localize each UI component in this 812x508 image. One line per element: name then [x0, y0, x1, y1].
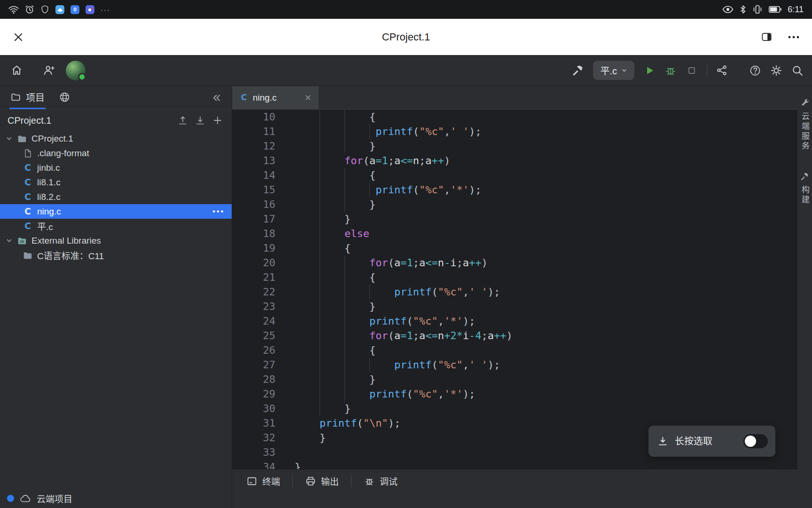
code-line[interactable]: 20 for(a=1;a<=n-i;a++)	[232, 255, 797, 270]
tab-projects[interactable]: 项目	[9, 86, 46, 109]
code-line[interactable]: 23 }	[232, 299, 797, 314]
run-target-dropdown[interactable]: 平.c	[593, 61, 634, 80]
code-text: for(a=1;a<=n-i;a++)	[295, 255, 488, 270]
code-line[interactable]: 18 else	[232, 226, 797, 241]
cloud-services-label: 云端服务	[799, 112, 811, 151]
status-time: 6:11	[788, 5, 804, 15]
code-line[interactable]: 19 {	[232, 241, 797, 255]
battery-icon	[769, 6, 781, 13]
code-line[interactable]: 21 {	[232, 270, 797, 285]
editor-tab-ning[interactable]: C ning.c	[232, 86, 319, 109]
code-line[interactable]: 24 printf("%c",'*');	[232, 314, 797, 328]
share-button[interactable]	[716, 64, 728, 76]
toolbar: 平.c	[0, 55, 812, 86]
cloud-icon	[20, 493, 31, 503]
code-line[interactable]: 30 }	[232, 401, 797, 416]
home-button[interactable]	[10, 64, 23, 77]
bluetooth-icon	[740, 5, 746, 14]
build-strip-label: 构建	[799, 185, 811, 205]
tree-item[interactable]: Cli8.2.c	[0, 190, 232, 204]
stop-button[interactable]	[686, 64, 698, 77]
tree-item[interactable]: Cjinbi.c	[0, 160, 232, 175]
code-text: printf("%c",'*');	[295, 183, 481, 197]
tree-item-label: C语言标准：C11	[37, 249, 104, 262]
code-line[interactable]: 22 printf("%c",' ');	[232, 285, 797, 299]
code-line[interactable]: 10 {	[232, 110, 797, 124]
tree-item-label: li8.2.c	[37, 192, 61, 202]
code-line[interactable]: 28 }	[232, 372, 797, 387]
cloud-project-item[interactable]: 云端项目	[0, 490, 79, 506]
cloud-services-button[interactable]: 云端服务	[799, 98, 811, 151]
avatar[interactable]	[66, 61, 86, 80]
help-button[interactable]	[749, 64, 761, 77]
app-badge-cloud	[55, 5, 64, 14]
code-line[interactable]: 12 }	[232, 139, 797, 153]
add-file-button[interactable]	[212, 115, 223, 126]
more-menu-button[interactable]	[788, 35, 800, 39]
split-view-button[interactable]	[760, 31, 773, 43]
tree-item-label: .clang-format	[37, 148, 89, 159]
code-line[interactable]: 34}	[232, 460, 797, 469]
hammer-icon	[800, 172, 809, 181]
line-number: 23	[232, 299, 275, 314]
collapse-sidebar-button[interactable]	[211, 86, 222, 109]
printer-icon	[305, 476, 316, 487]
code-text: printf("%c",' ');	[295, 285, 500, 299]
code-line[interactable]: 25 for(a=1;a<=n+2*i-4;a++)	[232, 328, 797, 343]
line-number: 30	[232, 401, 275, 416]
project-header: CProject.1	[0, 110, 232, 131]
tree-item-label: li8.1.c	[37, 177, 61, 188]
close-tab-button[interactable]	[304, 94, 312, 102]
debug-panel-label: 调试	[380, 475, 398, 487]
folder-icon	[17, 134, 27, 144]
tree-item[interactable]: C语言标准：C11	[0, 248, 232, 262]
c-file-icon: C	[23, 163, 33, 172]
tree-item[interactable]: Cning.c	[0, 204, 232, 219]
c-file-icon: C	[23, 222, 33, 230]
settings-gear-button[interactable]	[770, 64, 782, 77]
code-editor[interactable]: 10 {11 printf("%c",' ');12 }13 for(a=1;a…	[232, 110, 797, 469]
tree-item-label: CProject.1	[31, 134, 73, 144]
code-line[interactable]: 26 {	[232, 343, 797, 357]
code-line[interactable]: 15 printf("%c",'*');	[232, 183, 797, 197]
code-line[interactable]: 13 for(a=1;a<=n;a++)	[232, 153, 797, 168]
tree-item[interactable]: External Libraries	[0, 233, 232, 248]
code-line[interactable]: 16 }	[232, 197, 797, 212]
terminal-button[interactable]: 终端	[234, 469, 292, 492]
add-collaborator-button[interactable]	[43, 64, 55, 77]
line-number: 21	[232, 270, 275, 285]
output-button[interactable]: 输出	[293, 469, 351, 492]
debug-panel-button[interactable]: 调试	[351, 469, 410, 492]
long-press-select-toggle[interactable]	[743, 434, 768, 448]
run-button[interactable]	[643, 64, 656, 77]
app-badge-zero: 0	[70, 5, 79, 14]
app-badge-misc	[86, 5, 94, 14]
download-button[interactable]	[195, 115, 206, 126]
cloud-project-label: 云端项目	[37, 492, 72, 505]
tree-item[interactable]: C平.c	[0, 219, 232, 233]
build-hammer-button[interactable]	[572, 64, 584, 77]
terminal-icon	[246, 476, 258, 487]
upload-button[interactable]	[177, 115, 188, 126]
code-line[interactable]: 11 printf("%c",' ');	[232, 124, 797, 139]
right-tool-strip: 云端服务 构建	[797, 86, 812, 508]
tree-item[interactable]: .clang-format	[0, 146, 232, 160]
code-text: }	[295, 401, 351, 416]
tab-web[interactable]	[58, 86, 71, 109]
code-line[interactable]: 29 printf("%c",'*');	[232, 387, 797, 401]
code-line[interactable]: 17 }	[232, 212, 797, 226]
row-more-button[interactable]	[212, 209, 224, 214]
terminal-label: 终端	[262, 475, 280, 487]
tree-item-label: External Libraries	[31, 236, 101, 246]
vibrate-icon	[752, 5, 763, 14]
code-text: printf("%c",'*');	[295, 314, 475, 328]
code-text: }	[295, 299, 375, 314]
search-button[interactable]	[791, 64, 804, 77]
build-strip-button[interactable]: 构建	[799, 172, 811, 205]
debug-button[interactable]	[664, 64, 677, 77]
tree-item[interactable]: Cli8.1.c	[0, 175, 232, 190]
code-line[interactable]: 14 {	[232, 168, 797, 183]
tree-item[interactable]: CProject.1	[0, 131, 232, 146]
line-number: 20	[232, 255, 275, 270]
code-line[interactable]: 27 printf("%c",' ');	[232, 357, 797, 372]
